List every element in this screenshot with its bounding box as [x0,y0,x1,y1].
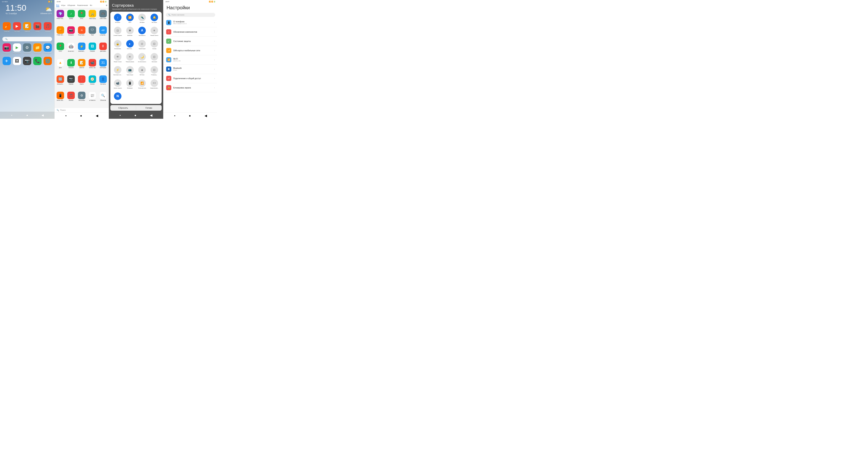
settings-search[interactable]: 🔍 Поиск настроек [166,13,215,17]
dock-item-camera[interactable]: 📷 [22,57,32,66]
list-item[interactable]: 📷 Камера [66,75,76,90]
qs-tile-screenshot[interactable]: ⊡ Снимок экрана [112,27,123,38]
search-bar-2[interactable]: 🔍 Поиск [55,108,109,112]
list-item[interactable]: 🖼 Галерея [87,42,97,57]
list-item[interactable]: 🛡 Raid [87,26,97,41]
qs-tile-economy[interactable]: ⊡ Экономия [149,53,160,64]
dock-item-gallery[interactable]: 🖼 [12,57,22,66]
tab-social[interactable]: Общение [67,4,75,7]
tab-more[interactable]: Фо [90,4,92,7]
qs-tile-control[interactable]: ✕✕ Управлением... [149,79,160,91]
list-item[interactable]: 📹 Запись экр. [87,58,97,74]
settings-item-sim[interactable]: 📶 SIM-карты и мобильные сети › [163,46,217,55]
settings-item-updates[interactable]: ↑ Обновление компонентов › [163,27,217,37]
settings-item-about[interactable]: 📱 О телефоне MIUI Global 12.0.3 › [163,18,217,27]
qs-tile-internet[interactable]: ↕ Интернет [112,14,123,25]
menu-icon[interactable]: ≡ [106,4,107,7]
dock-item-messages[interactable]: 💬 Сообщения [43,43,53,54]
qs-tile-location[interactable]: ▸ Местопо... [125,40,135,52]
nav-home-2[interactable]: ● [80,114,82,118]
done-button[interactable]: Готово [136,105,162,111]
dock-item-settings[interactable]: ⚙ Настройки [22,43,32,54]
nav-home-4[interactable]: ● [189,114,191,118]
list-item[interactable]: 🎵 Музыка [66,91,76,107]
qs-tile-flashlight[interactable]: 🔦 Фонарик [137,14,148,25]
dock-item-telegram[interactable]: ✈ [2,57,11,66]
nav-home-3[interactable]: ● [134,114,136,117]
qs-tile-cast[interactable]: 📺 Трансляция [125,66,135,78]
list-item[interactable]: 🎬 InShot [33,22,42,32]
tab-all[interactable]: Все [56,4,59,7]
list-item[interactable]: 📝 Заметки [22,22,32,32]
nav-recent-4[interactable]: ◀ [205,114,207,118]
qs-tile-darkmode[interactable]: ☀ Тёмный режим [125,53,135,64]
nav-recent-2[interactable]: ◀ [96,114,98,118]
settings-item-connection[interactable]: ⇄ Подключение и общий доступ › [163,74,217,83]
qs-tile-screenrec[interactable]: 📹 Запись экрана [112,79,123,91]
qs-tile-floating[interactable]: ⊡ Плавающ... [149,66,160,78]
settings-item-lockscreen[interactable]: 🔒 Блокировка экрана › [163,83,217,92]
qs-tile-hotspot[interactable]: 📶 Точка доступа [137,79,148,91]
dock-item-instagram[interactable]: 📷 Instagram [2,43,11,54]
list-item[interactable]: ⚡ Безопасн... [77,42,87,57]
list-item[interactable]: ⚔ Final Fight... [77,26,87,41]
tab-games[interactable]: Игры [61,4,65,7]
nav-recent-3[interactable]: ◀ [150,113,152,117]
qs-tile-silent[interactable]: 🔔 Без звука [149,14,160,25]
list-item[interactable]: 🚕 Такси Бонд [87,9,97,25]
qs-tile-dnd[interactable]: 🌙 Не беспокоить [137,53,148,64]
dock-item-files[interactable]: 📁 Проводник [33,43,42,54]
list-item[interactable]: 🎵 Музыка [43,22,53,32]
list-item[interactable]: ▲ Диск [55,58,65,74]
list-item[interactable]: 🎙 Диктофон [98,42,108,57]
reset-button[interactable]: Сбросить [111,105,136,111]
qs-tile-orientation[interactable]: ⊙ Ориентация [137,40,148,52]
qs-tile-n[interactable]: N [112,92,123,102]
list-item[interactable]: 🏎 ● Asphalt... [98,26,108,41]
list-item[interactable]: 📱 Меню SIM... [55,91,65,107]
list-item[interactable]: 📍 2ГИС [55,42,65,57]
settings-item-protection[interactable]: ✓ Состояние защиты › [163,37,217,46]
list-item[interactable]: 📷 Instagram [66,26,76,41]
settings-item-bluetooth[interactable]: ✱ Bluetooth Откл › [163,64,217,74]
tab-entertainment[interactable]: Развлечения [77,4,88,7]
qs-tile-vibration[interactable]: 📳 Вибрация [125,79,135,91]
qs-tile-mishare[interactable]: ◈ Mi Share [137,66,148,78]
list-item[interactable]: 🧹 Очистка [2,22,11,32]
settings-item-wifi[interactable]: 📶 Wi-Fi ASUS_5G › [163,55,217,64]
list-item[interactable]: 🔫 PUBG MO... [55,26,65,41]
list-item[interactable]: 📍 2ГИС [77,9,87,25]
nav-back-3[interactable]: ▪ [120,114,121,117]
qs-tile-bluetooth[interactable]: ✱ Bluetooth [125,27,135,38]
list-item[interactable]: 👤 Контакты [98,75,108,90]
nav-home-1[interactable]: ● [25,113,29,117]
list-item[interactable]: 💎 Pirate Trea... [55,9,65,25]
list-item[interactable]: ⚙ Настройки [77,91,87,107]
dock-item-chrome[interactable]: 🌐 [43,57,53,66]
search-bar[interactable]: 🔍 [2,37,52,41]
qs-tile-scanner[interactable]: ⊡ Сканер [149,40,160,52]
qs-tile-powersave[interactable]: ⚡ Экономия эне... [112,66,123,78]
list-item[interactable]: 31 Календарь [98,58,108,74]
list-item[interactable]: ♪ Spotify [66,9,76,25]
list-item[interactable]: 🤖 Ассистент [66,42,76,57]
list-item[interactable]: ▶ YouTube [12,22,22,32]
list-item[interactable]: 🔢 Калькуля... [55,75,65,90]
qs-tile-wifi[interactable]: 📶 Wi-Fi [125,14,135,25]
qs-tile-reading[interactable]: 👁 Режим чтения [112,53,123,64]
list-item[interactable]: ⬇ Загрузки [66,58,76,74]
nav-recent-1[interactable]: ◀ [41,113,45,117]
qs-tile-airplane[interactable]: ✈ Режим полета [149,27,160,38]
qs-tile-lock[interactable]: 🔒 Блокировка [112,40,123,52]
list-item[interactable]: 📍 Карты [77,75,87,90]
dock-item-play[interactable]: ▶ Play Маркет [12,43,22,54]
qs-tile-autobrightness[interactable]: A Автояркость [137,27,148,38]
nav-back-2[interactable]: ▪ [65,114,66,118]
list-item[interactable]: 🧭 Компас [87,75,97,90]
list-item[interactable]: 🎮 Call of Duty [98,9,108,25]
list-item[interactable]: 📰 ● Новости [87,91,97,107]
nav-back-1[interactable]: ▪ [10,113,14,117]
dock-item-phone[interactable]: 📞 [33,57,42,66]
list-item[interactable]: 🔍 Объектив [98,91,108,107]
nav-back-4[interactable]: ▪ [174,114,175,118]
